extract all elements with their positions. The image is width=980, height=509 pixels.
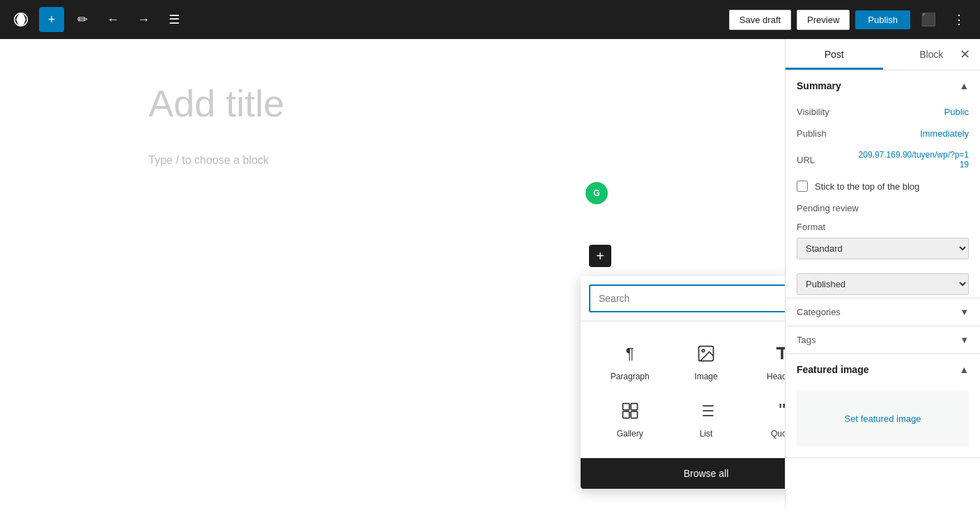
categories-toggle-icon: ▼ <box>960 307 969 317</box>
block-grid: ¶ Paragraph Image <box>581 321 785 458</box>
image-icon <box>694 341 719 366</box>
title-placeholder[interactable]: Add title <box>148 81 636 126</box>
block-placeholder: Type / to choose a block <box>148 154 636 167</box>
visibility-label: Visibility <box>797 107 829 117</box>
tab-post[interactable]: Post <box>786 39 883 70</box>
summary-toggle-icon: ▲ <box>959 80 969 91</box>
more-options-btn[interactable]: ⋮ <box>947 7 972 32</box>
featured-image-title: Featured image <box>797 364 868 375</box>
block-item-image[interactable]: Image <box>668 333 744 390</box>
status-label-row <box>786 262 980 271</box>
add-block-inline-btn[interactable]: + <box>589 245 611 267</box>
browse-all-button[interactable]: Browse all <box>581 458 785 489</box>
featured-image-section: Featured image ▲ Set featured image <box>786 354 980 458</box>
visibility-value[interactable]: Public <box>944 107 969 117</box>
editor-area[interactable]: Add title Type / to choose a block G + <box>0 39 785 509</box>
undo-btn[interactable]: ← <box>100 7 125 32</box>
image-label: Image <box>694 372 717 381</box>
format-label-row: Format <box>786 219 980 235</box>
gallery-label: Gallery <box>617 429 643 439</box>
tags-row[interactable]: Tags ▼ <box>786 326 980 354</box>
featured-image-placeholder[interactable]: Set featured image <box>797 390 969 446</box>
publish-schedule-row: Publish Immediately <box>786 123 980 144</box>
list-icon <box>694 398 719 423</box>
search-wrapper <box>589 284 785 312</box>
heading-icon <box>770 341 785 366</box>
wp-logo <box>8 7 33 32</box>
url-value[interactable]: 209.97.169.90/tuyen/wp/?p=119 <box>857 150 969 169</box>
preview-button[interactable]: Preview <box>797 10 850 30</box>
featured-image-toggle-icon: ▲ <box>959 364 969 375</box>
block-item-gallery[interactable]: Gallery <box>592 390 668 447</box>
block-item-list[interactable]: List <box>668 390 744 447</box>
block-picker-search-area <box>581 276 785 321</box>
panel-tabs: Post Block ✕ <box>786 39 980 70</box>
set-featured-image-label[interactable]: Set featured image <box>845 413 921 424</box>
stick-to-top-checkbox[interactable] <box>797 181 808 192</box>
paragraph-icon: ¶ <box>618 341 643 366</box>
block-item-quote[interactable]: " Quote <box>744 390 785 447</box>
block-item-paragraph[interactable]: ¶ Paragraph <box>592 333 668 390</box>
edit-mode-btn[interactable]: ✏ <box>70 7 95 32</box>
toolbar: + ✏ ← → ☰ Save draft Preview Publish ⬛ ⋮ <box>0 0 980 39</box>
svg-rect-7 <box>631 411 637 418</box>
stick-to-top-label: Stick to the top of the blog <box>815 181 919 192</box>
summary-header[interactable]: Summary ▲ <box>786 70 980 101</box>
settings-toggle-btn[interactable]: ⬛ <box>916 7 941 32</box>
main-layout: Add title Type / to choose a block G + <box>0 39 980 509</box>
summary-title: Summary <box>797 80 841 91</box>
categories-label: Categories <box>797 307 841 317</box>
close-panel-btn[interactable]: ✕ <box>955 45 974 64</box>
toolbar-right: Save draft Preview Publish ⬛ ⋮ <box>729 7 972 32</box>
tags-label: Tags <box>797 335 816 345</box>
featured-image-header[interactable]: Featured image ▲ <box>786 354 980 385</box>
featured-image-body: Set featured image <box>786 385 980 457</box>
editor-content: Add title Type / to choose a block <box>148 81 636 167</box>
publish-schedule-value[interactable]: Immediately <box>920 128 969 139</box>
block-picker-popup: ¶ Paragraph Image <box>581 276 785 489</box>
add-block-toolbar-btn[interactable]: + <box>39 7 64 32</box>
heading-label: Heading <box>767 372 785 381</box>
paragraph-label: Paragraph <box>611 372 650 381</box>
url-label: URL <box>797 155 815 165</box>
url-row: URL 209.97.169.90/tuyen/wp/?p=119 <box>786 144 980 175</box>
quote-label: Quote <box>771 429 785 439</box>
block-search-input[interactable] <box>590 287 785 310</box>
status-select[interactable]: Published Draft <box>797 273 969 295</box>
format-label: Format <box>797 222 825 232</box>
tags-toggle-icon: ▼ <box>960 335 969 345</box>
grammarly-icon: G <box>585 182 608 204</box>
visibility-row: Visibility Public <box>786 101 980 123</box>
svg-rect-6 <box>622 411 629 418</box>
list-label: List <box>700 429 713 439</box>
svg-rect-5 <box>631 404 637 410</box>
format-select-row: Standard Aside Image <box>786 235 980 262</box>
tab-indicator <box>786 68 883 70</box>
summary-section: Summary ▲ Visibility Public Publish Imme… <box>786 70 980 354</box>
publish-button[interactable]: Publish <box>855 10 910 29</box>
stick-to-top-row: Stick to the top of the blog <box>786 175 980 197</box>
format-select[interactable]: Standard Aside Image <box>797 238 969 259</box>
block-item-heading[interactable]: Heading <box>744 333 785 390</box>
categories-row[interactable]: Categories ▼ <box>786 298 980 326</box>
pending-review-row: Pending review <box>786 197 980 219</box>
status-select-row: Published Draft <box>786 271 980 298</box>
gallery-icon <box>618 398 643 423</box>
quote-icon: " <box>770 398 785 423</box>
list-view-btn[interactable]: ☰ <box>162 7 187 32</box>
right-panel: Post Block ✕ Summary ▲ Visibility Public… <box>785 39 980 509</box>
svg-rect-4 <box>622 404 629 410</box>
pending-review-label: Pending review <box>797 203 859 213</box>
redo-btn[interactable]: → <box>131 7 156 32</box>
save-draft-button[interactable]: Save draft <box>729 10 791 30</box>
svg-point-3 <box>702 349 705 352</box>
publish-schedule-label: Publish <box>797 128 827 139</box>
